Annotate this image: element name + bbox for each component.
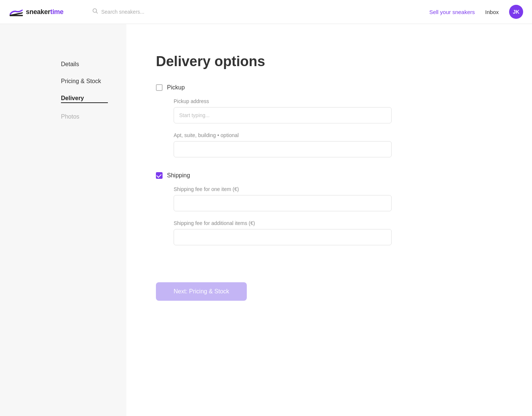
- sidebar: Details Pricing & Stock Delivery Photos: [0, 24, 126, 416]
- header: sneakertime Sell your sneakers Inbox JK: [0, 0, 532, 24]
- pickup-apt-label: Apt, suite, building • optional: [174, 132, 502, 138]
- sidebar-item-pricing-stock[interactable]: Pricing & Stock: [61, 78, 108, 85]
- shipping-checkbox[interactable]: [156, 172, 163, 179]
- logo-text: sneakertime: [26, 8, 64, 16]
- pickup-apt-input[interactable]: [174, 141, 392, 157]
- inbox-link[interactable]: Inbox: [485, 9, 499, 15]
- shipping-fee-additional-input[interactable]: [174, 229, 392, 245]
- shipping-section-header: Shipping: [156, 172, 502, 179]
- shipping-fee-one-label: Shipping fee for one item (€): [174, 186, 502, 192]
- logo-icon: [9, 7, 24, 17]
- sell-sneakers-link[interactable]: Sell your sneakers: [429, 9, 475, 15]
- sidebar-item-photos[interactable]: Photos: [61, 113, 108, 120]
- sidebar-item-details[interactable]: Details: [61, 61, 108, 68]
- header-right: Sell your sneakers Inbox JK: [429, 5, 523, 19]
- shipping-label: Shipping: [167, 172, 190, 179]
- pickup-address-label: Pickup address: [174, 98, 502, 104]
- pickup-label: Pickup: [167, 84, 185, 91]
- pickup-section-header: Pickup: [156, 84, 502, 91]
- pickup-address-group: Pickup address: [174, 98, 502, 123]
- shipping-fee-additional-group: Shipping fee for additional items (€): [174, 220, 502, 245]
- pickup-address-input[interactable]: [174, 107, 392, 123]
- avatar[interactable]: JK: [509, 5, 523, 19]
- shipping-fee-one-group: Shipping fee for one item (€): [174, 186, 502, 211]
- next-button[interactable]: Next: Pricing & Stock: [156, 282, 247, 301]
- main-content: Delivery options Pickup Pickup address A…: [126, 24, 532, 416]
- shipping-fields: Shipping fee for one item (€) Shipping f…: [156, 186, 502, 245]
- sidebar-nav: Details Pricing & Stock Delivery Photos: [61, 61, 108, 120]
- shipping-fee-additional-label: Shipping fee for additional items (€): [174, 220, 502, 226]
- search-input[interactable]: [101, 9, 205, 15]
- page-layout: Details Pricing & Stock Delivery Photos …: [0, 24, 532, 416]
- logo[interactable]: sneakertime: [9, 7, 86, 17]
- search-area: [86, 8, 429, 16]
- search-icon: [92, 8, 98, 16]
- pickup-apt-group: Apt, suite, building • optional: [174, 132, 502, 157]
- sidebar-item-delivery[interactable]: Delivery: [61, 95, 108, 103]
- page-title: Delivery options: [156, 54, 502, 69]
- pickup-checkbox[interactable]: [156, 84, 163, 91]
- svg-rect-0: [10, 15, 23, 16]
- pickup-section: Pickup Pickup address Apt, suite, buildi…: [156, 84, 502, 157]
- shipping-section: Shipping Shipping fee for one item (€) S…: [156, 172, 502, 245]
- shipping-fee-one-input[interactable]: [174, 195, 392, 211]
- svg-line-2: [96, 12, 98, 14]
- pickup-fields: Pickup address Apt, suite, building • op…: [156, 98, 502, 157]
